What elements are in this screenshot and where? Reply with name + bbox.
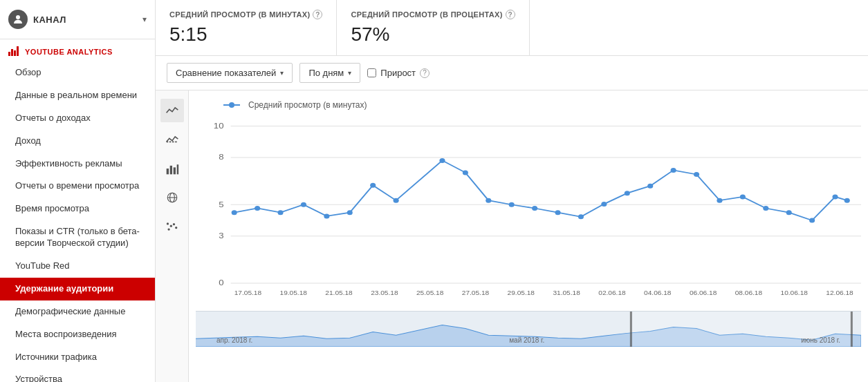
svg-rect-6 [166, 169, 168, 174]
svg-point-70 [844, 198, 850, 203]
stat-value-percent: 57% [351, 23, 515, 46]
sidebar-item-impressions-ctr[interactable]: Показы и CTR (только в бета-версии Творч… [0, 220, 155, 255]
svg-point-0 [16, 15, 20, 19]
svg-point-47 [301, 202, 306, 207]
svg-text:17.05.18: 17.05.18 [234, 289, 261, 296]
main-content: СРЕДНИЙ ПРОСМОТР (В МИНУТАХ) ? 5:15 СРЕД… [156, 0, 868, 382]
analytics-bar-icon [8, 46, 19, 57]
sidebar-item-demographics[interactable]: Демографические данные [0, 300, 155, 323]
svg-point-14 [169, 225, 172, 227]
svg-point-45 [255, 206, 260, 211]
svg-text:04.06.18: 04.06.18 [644, 289, 671, 296]
svg-point-64 [717, 198, 722, 203]
nav-label-apr: апр. 2018 г. [216, 336, 252, 344]
svg-point-66 [763, 206, 768, 211]
svg-rect-4 [17, 46, 19, 56]
geo-chart-type-btn[interactable] [160, 186, 184, 209]
svg-text:10.06.18: 10.06.18 [781, 289, 808, 296]
svg-text:27.05.18: 27.05.18 [462, 289, 489, 296]
compare-button[interactable]: Сравнение показателей ▾ [167, 63, 293, 83]
scatter-chart-type-btn[interactable] [160, 215, 184, 238]
sidebar-items-container: ОбзорДанные в реальном времениОтчеты о д… [0, 61, 155, 382]
sidebar-item-youtube-red[interactable]: YouTube Red [0, 255, 155, 278]
svg-point-17 [166, 222, 168, 225]
info-icon-percent[interactable]: ? [506, 10, 515, 19]
growth-label: Прирост [380, 68, 416, 78]
stat-label-percent: СРЕДНИЙ ПРОСМОТР (В ПРОЦЕНТАХ) ? [351, 10, 515, 19]
stat-value-minutes: 5:15 [169, 23, 322, 46]
chart-area: Средний просмотр (в минутах) 10 8 5 3 0 [156, 90, 868, 382]
sidebar-item-obzor[interactable]: Обзор [0, 61, 155, 84]
svg-text:12.06.18: 12.06.18 [826, 289, 853, 296]
sidebar-header-title: КАНАЛ [33, 15, 142, 25]
chevron-down-icon: ▾ [142, 15, 147, 24]
sidebar-item-ad-performance[interactable]: Эффективность рекламы [0, 153, 155, 175]
svg-point-55 [509, 202, 515, 207]
svg-point-16 [175, 227, 177, 229]
svg-point-56 [532, 206, 537, 211]
sidebar-header[interactable]: КАНАЛ ▾ [0, 0, 155, 39]
chart-legend-label: Средний просмотр (в минутах) [248, 100, 367, 110]
sidebar-item-watch-time[interactable]: Время просмотра [0, 198, 155, 220]
svg-point-53 [463, 170, 468, 175]
stat-label-minutes: СРЕДНИЙ ПРОСМОТР (В МИНУТАХ) ? [169, 10, 322, 19]
info-icon-minutes[interactable]: ? [313, 10, 322, 19]
svg-rect-3 [14, 50, 16, 56]
svg-point-15 [172, 223, 174, 225]
svg-text:06.06.18: 06.06.18 [690, 289, 717, 296]
svg-point-57 [555, 210, 560, 215]
sidebar-item-income-reports[interactable]: Отчеты о доходах [0, 107, 155, 130]
svg-text:0: 0 [219, 278, 223, 287]
svg-point-13 [167, 228, 169, 230]
svg-text:10: 10 [214, 122, 224, 131]
svg-point-48 [324, 213, 329, 218]
svg-rect-1 [8, 52, 10, 56]
svg-text:19.05.18: 19.05.18 [280, 289, 307, 296]
svg-point-49 [347, 210, 353, 215]
bar-chart-type-btn[interactable] [160, 157, 184, 180]
svg-point-63 [694, 172, 699, 177]
svg-point-67 [786, 210, 792, 215]
svg-rect-2 [11, 49, 13, 56]
stats-bar: СРЕДНИЙ ПРОСМОТР (В МИНУТАХ) ? 5:15 СРЕД… [156, 0, 868, 56]
svg-point-52 [439, 158, 445, 163]
sidebar-item-devices[interactable]: Устройства [0, 368, 155, 382]
svg-text:31.05.18: 31.05.18 [553, 289, 580, 296]
stat-box-minutes: СРЕДНИЙ ПРОСМОТР (В МИНУТАХ) ? 5:15 [156, 0, 337, 55]
sidebar-item-realtime[interactable]: Данные в реальном времени [0, 84, 155, 107]
svg-text:25.05.18: 25.05.18 [416, 289, 443, 296]
chart-legend: Средний просмотр (в минутах) [196, 97, 861, 114]
svg-text:23.05.18: 23.05.18 [371, 289, 398, 296]
sidebar-item-audience-retention[interactable]: Удержание аудитории [0, 278, 155, 300]
svg-point-62 [671, 168, 676, 173]
svg-point-59 [601, 202, 607, 207]
svg-point-69 [832, 194, 838, 199]
sidebar-item-playback-locations[interactable]: Места воспроизведения [0, 323, 155, 346]
svg-rect-9 [176, 164, 178, 174]
info-icon-growth[interactable]: ? [420, 68, 430, 78]
svg-point-61 [647, 184, 653, 189]
stat-box-percent: СРЕДНИЙ ПРОСМОТР (В ПРОЦЕНТАХ) ? 57% [337, 0, 529, 55]
sidebar: КАНАЛ ▾ YOUTUBE ANALYTICS ОбзорДанные в … [0, 0, 156, 382]
svg-point-54 [486, 198, 491, 203]
user-icon [8, 10, 28, 29]
growth-checkbox[interactable] [367, 68, 376, 77]
svg-point-65 [740, 194, 746, 199]
sidebar-item-income[interactable]: Доход [0, 130, 155, 153]
area-chart-type-btn[interactable] [160, 128, 184, 151]
svg-text:5: 5 [219, 200, 223, 209]
growth-checkbox-container[interactable]: Прирост ? [367, 68, 430, 78]
svg-text:29.05.18: 29.05.18 [508, 289, 535, 296]
sidebar-item-traffic-sources[interactable]: Источники трафика [0, 346, 155, 369]
line-chart-type-btn[interactable] [160, 99, 184, 122]
period-button[interactable]: По дням ▾ [299, 63, 360, 83]
sidebar-item-watch-time-reports[interactable]: Отчеты о времени просмотра [0, 175, 155, 198]
svg-text:02.06.18: 02.06.18 [598, 289, 625, 296]
svg-point-50 [370, 183, 376, 188]
svg-text:8: 8 [219, 153, 223, 162]
svg-point-19 [229, 102, 234, 108]
svg-rect-8 [173, 167, 175, 174]
toolbar: Сравнение показателей ▾ По дням ▾ Прирос… [156, 56, 868, 90]
chart-type-bar [156, 90, 189, 382]
nav-label-may: май 2018 г. [509, 336, 544, 344]
